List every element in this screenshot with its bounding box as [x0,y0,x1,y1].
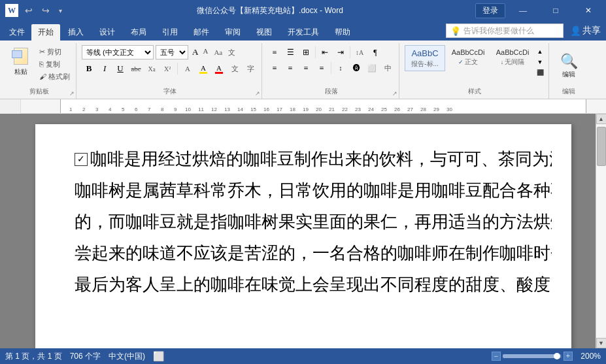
tab-developer[interactable]: 开发工具 [280,24,327,41]
doc-scroll-area[interactable]: ✓咖啡是用经过烘焙的咖啡豆制作出来的饮料，与可可、茶同为流行 咖啡树是属茜草科常… [0,114,596,348]
superscript-button[interactable]: X² [160,61,175,76]
para-row1: ≡ ☰ ⊞ ⇤ ⇥ ↕A ¶ [267,45,395,59]
tab-review[interactable]: 审阅 [217,24,248,41]
share-button[interactable]: 👤 共享 [567,24,603,38]
maximize-btn[interactable]: □ [541,0,571,21]
text-border-btn[interactable]: 文 [227,61,242,76]
title-bar: W ↩ ↪ ▾ 微信公众号【新精英充电站】.docx - Word 登录 — □… [0,0,606,21]
font-name-select[interactable]: 等线 (中文正文 [82,45,154,59]
style-preview-3: AaBbCcDi [496,48,530,58]
align-justify-btn[interactable]: ≡ [314,61,329,75]
title-bar-right: 登录 — □ ✕ [475,0,606,21]
ruler-row: 1 2 3 4 5 6 7 8 9 10 11 12 13 14 15 16 1… [0,99,606,114]
border-btn[interactable]: ⬜ [365,61,379,75]
chinese-char-btn[interactable]: 中 [380,61,395,75]
scroll-thumb[interactable] [597,127,606,166]
style-scroll-up-btn[interactable]: ▲ [535,47,545,56]
format-painter-button[interactable]: 🖌 格式刷 [37,71,72,82]
style-preview-2: AaBbCcDi [452,48,485,58]
tab-file[interactable]: 文件 [3,24,31,41]
search-button[interactable]: 🔍 编辑 [554,49,583,83]
checkbox-icon[interactable]: ✓ [75,153,88,166]
list-bullet-btn[interactable]: ≡ [267,45,282,59]
para-row2: ≡ ≡ ≡ ≡ ↕ 🅐 ⬜ 中 [267,61,395,75]
tab-view[interactable]: 视图 [248,24,280,41]
tab-help[interactable]: 帮助 [327,24,358,41]
styles-label: 样式 [401,87,548,96]
font-size-select[interactable]: 五号 [156,45,188,59]
style-more-btn[interactable]: ⬛ [535,68,545,77]
text-effect-btn[interactable]: A [180,61,195,76]
style-scroll-down-btn[interactable]: ▼ [535,58,545,67]
line-spacing-btn[interactable]: ↕ [333,61,348,75]
close-btn[interactable]: ✕ [573,0,603,21]
tell-me-text: 告诉我你想要做什么 [463,25,534,37]
search-icon: 🔍 [560,53,578,70]
scroll-track [596,124,607,338]
scroll-down-btn[interactable]: ▼ [596,338,607,348]
redo-btn[interactable]: ↪ [39,4,52,18]
tab-insert[interactable]: 插入 [60,24,92,41]
zoom-thumb[interactable] [554,353,560,359]
clipboard-group: 粘贴 ✂ 剪切 ⎘ 复制 🖌 格式刷 剪贴板 ↗ [3,43,76,99]
zoom-plus-btn[interactable]: + [564,352,573,361]
indent-increase-btn[interactable]: ⇥ [333,45,348,59]
font-increase-btn[interactable]: A [190,46,200,59]
tab-home[interactable]: 开始 [31,24,60,41]
strikethrough-button[interactable]: abc [129,61,143,76]
quick-access-btn[interactable]: ▾ [56,6,65,16]
language: 中文(中国) [109,351,145,362]
page-info: 第 1 页，共 1 页 [5,351,62,362]
tab-mail[interactable]: 邮件 [186,24,217,41]
align-left-btn[interactable]: ≡ [267,61,282,75]
style-item-nospace[interactable]: AaBbCcDi ↓ 无间隔 [491,45,534,71]
para-divider2 [350,46,350,58]
paste-label: 粘贴 [14,67,27,76]
style-preview-1: AaBbC [411,48,438,59]
shading-btn[interactable]: 🅐 [349,61,363,75]
style-item-report[interactable]: AaBbC 报告-标... [405,45,445,71]
show-marks-btn[interactable]: ¶ [368,45,382,59]
subscript-button[interactable]: X₂ [144,61,159,76]
tab-design[interactable]: 设计 [92,24,123,41]
pinyin-btn[interactable]: 文 [226,46,237,59]
bold-button[interactable]: B [82,61,96,76]
status-left: 第 1 页，共 1 页 706 个字 中文(中国) ⬜ [5,351,164,362]
minimize-btn[interactable]: — [508,0,538,21]
tab-references[interactable]: 引用 [154,24,186,41]
align-center-btn[interactable]: ≡ [283,61,297,75]
highlight-btn[interactable]: A [196,61,210,76]
doc-page[interactable]: ✓咖啡是用经过烘焙的咖啡豆制作出来的饮料，与可可、茶同为流行 咖啡树是属茜草科常… [35,124,571,348]
indent-decrease-btn[interactable]: ⇤ [318,45,332,59]
zoom-minus-btn[interactable]: − [492,352,501,361]
sort-btn[interactable]: ↕A [352,45,367,59]
style-label-2: 正文 [465,58,478,67]
login-button[interactable]: 登录 [475,3,505,18]
zoom-track [503,354,562,358]
arrow-icon-3: ↓ [501,59,504,65]
paragraph-group: ≡ ☰ ⊞ ⇤ ⇥ ↕A ¶ ≡ ≡ ≡ ≡ ↕ 🅐 ⬜ 中 [263,43,399,99]
font-expand-btn[interactable]: ↗ [255,90,260,97]
scroll-up-btn[interactable]: ▲ [596,114,607,124]
para-divider1 [315,46,316,58]
align-right-btn[interactable]: ≡ [299,61,313,75]
undo-btn[interactable]: ↩ [22,4,35,18]
italic-button[interactable]: I [97,61,112,76]
list-multi-btn[interactable]: ⊞ [299,45,313,59]
text-spacing-btn[interactable]: 字 [243,61,258,76]
list-number-btn[interactable]: ☰ [283,45,297,59]
font-decrease-btn[interactable]: A [201,46,210,59]
underline-button[interactable]: U [113,61,127,76]
clear-format-btn[interactable]: Aa [212,47,224,58]
doc-paragraph-2: 咖啡树是属茜草科常乔木，日常饮用的咖啡是用咖啡豆配合各种不同 [75,175,552,207]
clipboard-expand-btn[interactable]: ↗ [69,90,75,97]
copy-button[interactable]: ⎘ 复制 [37,59,72,70]
paste-button[interactable]: 粘贴 [7,45,35,79]
para-expand-btn[interactable]: ↗ [392,90,397,97]
style-item-normal[interactable]: AaBbCcDi ✓ 正文 [446,45,490,71]
tab-layout[interactable]: 布局 [123,24,154,41]
document-area: ✓咖啡是用经过烘焙的咖啡豆制作出来的饮料，与可可、茶同为流行 咖啡树是属茜草科常… [0,114,606,348]
cut-button[interactable]: ✂ 剪切 [37,46,72,58]
tell-me-input[interactable]: 💡 告诉我你想要做什么 [446,24,564,38]
font-color-btn[interactable]: A [212,61,226,76]
